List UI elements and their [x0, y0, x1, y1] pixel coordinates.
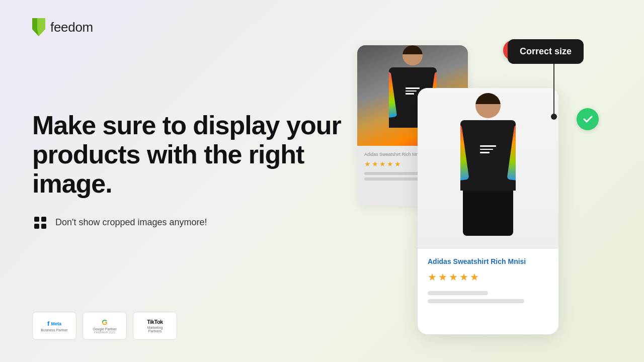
google-sub: Google Partner: [93, 327, 116, 331]
bar-front-1: [428, 291, 488, 295]
meta-sub: Business Partner: [41, 328, 67, 332]
main-headline: Make sure to display your products with …: [32, 111, 344, 199]
svg-rect-2: [34, 224, 39, 229]
check-button[interactable]: [577, 108, 599, 130]
partner-google: G Google Partner PREMIER 2022: [83, 312, 127, 340]
product-name: Adidas Sweatshirt Rich Mnisi: [428, 257, 548, 266]
logo-icon: [32, 18, 45, 36]
illustration-area: Adidas Sweatshirt Rich Mnisi ★ ★ ★ ★ ★ C…: [342, 30, 614, 332]
bar-front-2: [428, 299, 524, 303]
subline: Don't show cropped images anymore!: [32, 215, 344, 231]
check-icon: [582, 113, 594, 125]
card-front: Adidas Sweatshirt Rich Mnisi ★ ★ ★ ★ ★: [418, 88, 558, 334]
connector-dot: [551, 114, 557, 120]
logo-text: feedom: [50, 20, 93, 35]
svg-rect-3: [41, 224, 46, 229]
partner-meta: f Meta Business Partner: [32, 312, 76, 340]
svg-rect-1: [41, 217, 46, 222]
card-front-image: [418, 88, 558, 249]
correct-size-label: Correct size: [508, 39, 584, 64]
svg-rect-0: [34, 217, 39, 222]
headline-area: Make sure to display your products with …: [32, 111, 344, 231]
subline-text: Don't show cropped images anymore!: [55, 217, 207, 228]
tiktok-sub: Marketing Partners: [140, 326, 170, 333]
connector: [553, 61, 554, 117]
logo: feedom: [32, 18, 93, 36]
card-front-info: Adidas Sweatshirt Rich Mnisi ★ ★ ★ ★ ★: [418, 249, 558, 315]
partners-area: f Meta Business Partner G Google Partner…: [32, 312, 177, 340]
product-stars: ★ ★ ★ ★ ★: [428, 271, 548, 283]
partner-tiktok: TikTok Marketing Partners: [133, 312, 177, 340]
puzzle-icon: [32, 215, 48, 231]
connector-line: [553, 61, 554, 117]
